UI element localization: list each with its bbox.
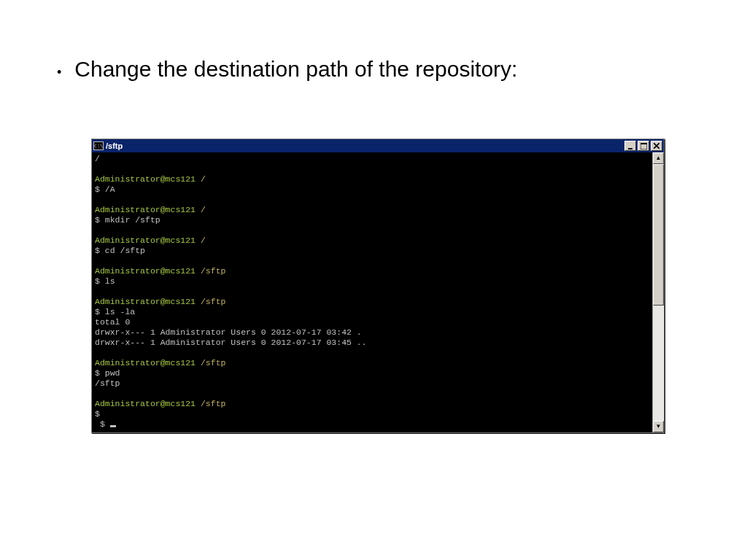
output-line: drwxr-x--- 1 Administrator Users 0 2012-… xyxy=(95,338,649,348)
prompt-line: Administrator@mcs121 / xyxy=(95,174,649,184)
command-line: $ pwd xyxy=(95,368,649,378)
terminal-window: c:\ /sftp / Administrator@mcs121 / $ /A xyxy=(91,139,665,433)
cursor-icon xyxy=(110,425,116,427)
window-control-buttons xyxy=(624,141,662,151)
terminal-client-area: / Administrator@mcs121 / $ /A Administra… xyxy=(92,152,664,432)
prompt-line: Administrator@mcs121 /sftp xyxy=(95,266,649,276)
output-line: / xyxy=(95,154,649,164)
scroll-track-bg xyxy=(653,306,664,421)
blank-line xyxy=(95,287,649,297)
scroll-thumb[interactable] xyxy=(653,164,664,306)
cmd-icon: c:\ xyxy=(93,141,104,150)
svg-rect-2 xyxy=(640,143,647,144)
scroll-up-button[interactable]: ▲ xyxy=(653,152,664,164)
close-button[interactable] xyxy=(651,141,662,151)
blank-line xyxy=(95,225,649,236)
scroll-down-button[interactable]: ▼ xyxy=(653,421,664,432)
blank-line xyxy=(95,256,649,266)
command-line: $ mkdir /sftp xyxy=(95,215,649,225)
command-line: $ /A xyxy=(95,184,649,195)
output-line: drwxr-x--- 1 Administrator Users 0 2012-… xyxy=(95,327,649,338)
command-line: $ xyxy=(95,409,649,419)
blank-line xyxy=(95,195,649,205)
scroll-track[interactable] xyxy=(653,164,664,421)
bullet-item: • Change the destination path of the rep… xyxy=(57,57,696,88)
minimize-button[interactable] xyxy=(624,141,636,151)
window-titlebar[interactable]: c:\ /sftp xyxy=(92,139,664,152)
maximize-button[interactable] xyxy=(638,141,649,151)
output-line: /sftp xyxy=(95,378,649,389)
presentation-slide: • Change the destination path of the rep… xyxy=(0,0,747,560)
active-prompt-line: $ xyxy=(95,419,649,429)
prompt-line: Administrator@mcs121 /sftp xyxy=(95,358,649,368)
command-line: $ cd /sftp xyxy=(95,246,649,256)
blank-line xyxy=(95,348,649,358)
command-line: $ ls xyxy=(95,276,649,287)
bullet-text: Change the destination path of the repos… xyxy=(74,57,517,82)
blank-line xyxy=(95,164,649,174)
output-line: total 0 xyxy=(95,317,649,327)
prompt-line: Administrator@mcs121 / xyxy=(95,205,649,215)
window-title: /sftp xyxy=(106,141,624,150)
terminal-output[interactable]: / Administrator@mcs121 / $ /A Administra… xyxy=(92,152,652,432)
vertical-scrollbar[interactable]: ▲ ▼ xyxy=(652,152,664,432)
blank-line xyxy=(95,389,649,399)
svg-rect-0 xyxy=(628,148,632,149)
prompt-line: Administrator@mcs121 / xyxy=(95,236,649,246)
command-line: $ ls -la xyxy=(95,307,649,317)
bullet-dot-icon: • xyxy=(57,57,61,88)
prompt-line: Administrator@mcs121 /sftp xyxy=(95,399,649,409)
prompt-line: Administrator@mcs121 /sftp xyxy=(95,297,649,307)
